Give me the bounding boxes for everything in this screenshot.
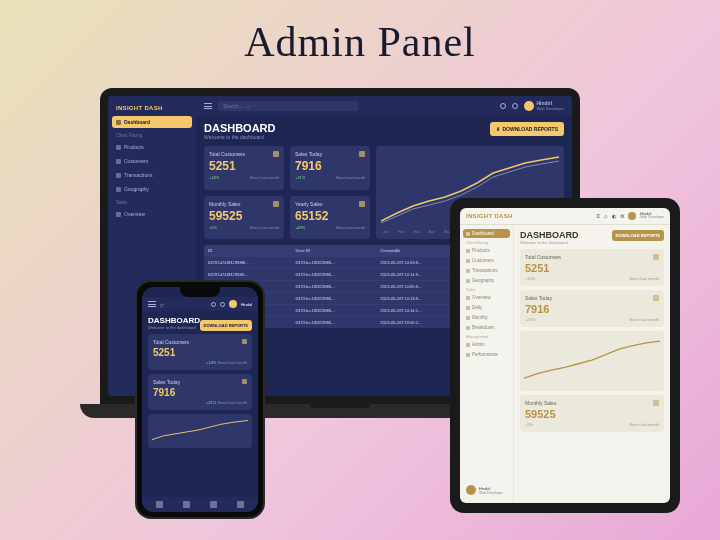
stat-value: 5251: [525, 262, 659, 274]
nav-transactions[interactable]: Transactions: [463, 266, 510, 275]
avatar[interactable]: [229, 300, 237, 308]
nav-customers[interactable]: Customers: [112, 155, 192, 167]
sale-icon: [242, 379, 247, 384]
stat-value: 65152: [295, 209, 365, 223]
th-id[interactable]: ID: [204, 245, 292, 257]
cart-icon: [116, 145, 121, 150]
nav-icon[interactable]: [156, 501, 163, 508]
search-icon: ⌕: [247, 103, 250, 109]
stat-value: 7916: [525, 303, 659, 315]
page-subtitle: Welcome to the dashboard: [204, 134, 276, 140]
home-icon: [466, 232, 470, 236]
nav-section-client: Client Facing: [112, 130, 192, 139]
settings-icon[interactable]: [512, 103, 518, 109]
email-icon: [242, 339, 247, 344]
nav-section: Client Facing: [463, 239, 510, 245]
stat-yearly-sales: Yearly Sales 65152 +43%Since last month: [290, 196, 370, 240]
nav-transactions[interactable]: Transactions: [112, 169, 192, 181]
nav-icon[interactable]: [183, 501, 190, 508]
download-reports-button[interactable]: DOWNLOAD REPORTS: [612, 230, 664, 241]
page-title: DASHBOARD: [204, 122, 276, 134]
nav-section: Management: [463, 333, 510, 339]
sidebar-user[interactable]: HindolWeb Developer: [463, 481, 510, 499]
stat-sales-today: Sales Today 7916 +21%Since last month: [290, 146, 370, 190]
menu-icon[interactable]: [204, 103, 212, 109]
download-reports-button[interactable]: DOWNLOAD REPORTS: [200, 320, 252, 331]
stat-value: 5251: [153, 347, 247, 358]
theme-toggle-icon[interactable]: ◐: [612, 213, 616, 219]
nav-overview[interactable]: Overview: [112, 208, 192, 220]
user-menu[interactable]: Hindol Web Developer: [524, 101, 565, 111]
user-icon: [653, 400, 659, 406]
user-icon: [273, 201, 279, 207]
home-icon: [116, 120, 121, 125]
search-input[interactable]: Search...⌕: [218, 101, 358, 111]
topbar: Search...⌕ Hindol Web Developer: [196, 96, 572, 116]
menu-icon[interactable]: ≡: [596, 213, 600, 219]
nav-icon[interactable]: [237, 501, 244, 508]
search-icon[interactable]: ⌕: [160, 301, 164, 308]
stat-total-customers: Total Customers 5251 +14% Since last mon…: [148, 334, 252, 370]
stat-value: 59525: [209, 209, 279, 223]
tablet-topbar: INSIGHT DASH ≡ ⌕ ◐ ⚙ Hindol Web Develope…: [460, 208, 670, 225]
nav-icon[interactable]: [210, 501, 217, 508]
avatar: [466, 485, 476, 495]
nav-products[interactable]: Products: [112, 141, 192, 153]
chart-icon: [116, 212, 121, 217]
stat-value: 59525: [525, 408, 659, 420]
nav-geography[interactable]: Geography: [463, 276, 510, 285]
brand-logo: INSIGHT DASH: [112, 102, 192, 114]
search-icon[interactable]: ⌕: [604, 213, 608, 219]
settings-icon[interactable]: ⚙: [620, 213, 624, 219]
nav-daily[interactable]: Daily: [463, 303, 510, 312]
th-user[interactable]: User ID: [292, 245, 377, 257]
phone-bottom-nav: [142, 497, 258, 512]
avatar[interactable]: [628, 212, 636, 220]
nav-dashboard[interactable]: Dashboard: [112, 116, 192, 128]
nav-customers[interactable]: Customers: [463, 256, 510, 265]
stat-total-customers: Total Customers 5251 +14%Since last mont…: [520, 249, 664, 286]
nav-performance[interactable]: Performance: [463, 350, 510, 359]
stat-total-customers: Total Customers 5251 +14%Since last mont…: [204, 146, 284, 190]
tablet-sidebar: Dashboard Client Facing Products Custome…: [460, 225, 514, 503]
tablet-chart: [520, 331, 664, 391]
stat-value: 7916: [295, 159, 365, 173]
stat-monthly-sales: Monthly Sales 59525 +5%Since last month: [204, 196, 284, 240]
nav-monthly[interactable]: Monthly: [463, 313, 510, 322]
phone-topbar: ⌕ Hindol: [142, 297, 258, 311]
nav-products[interactable]: Products: [463, 246, 510, 255]
nav-geography[interactable]: Geography: [112, 183, 192, 195]
theme-toggle-icon[interactable]: [211, 302, 216, 307]
stat-value: 5251: [209, 159, 279, 173]
user-role: Web Developer: [640, 216, 664, 220]
nav-admin[interactable]: Admin: [463, 340, 510, 349]
stat-sales-today: Sales Today 7916 +21% Since last month: [148, 374, 252, 410]
page-subtitle: Welcome to the dashboard: [520, 240, 579, 245]
stat-value: 7916: [153, 387, 247, 398]
avatar: [524, 101, 534, 111]
brand-logo: INSIGHT DASH: [466, 213, 513, 219]
tablet-mockup: INSIGHT DASH ≡ ⌕ ◐ ⚙ Hindol Web Develope…: [450, 198, 680, 513]
receipt-icon: [116, 173, 121, 178]
nav-dashboard[interactable]: Dashboard: [463, 229, 510, 238]
stat-sales-today: Sales Today 7916 +21%Since last month: [520, 290, 664, 327]
people-icon: [116, 159, 121, 164]
hero-title: Admin Panel: [0, 0, 720, 66]
nav-section: Sales: [463, 286, 510, 292]
download-reports-button[interactable]: ⬇ DOWNLOAD REPORTS: [490, 122, 564, 136]
email-icon: [273, 151, 279, 157]
email-icon: [653, 254, 659, 260]
nav-breakdown[interactable]: Breakdown: [463, 323, 510, 332]
user-name: Hindol: [241, 302, 252, 307]
phone-mockup: ⌕ Hindol DASHBOARD Welcome to the dashbo…: [135, 280, 265, 519]
phone-chart: [148, 414, 252, 448]
nav-overview[interactable]: Overview: [463, 293, 510, 302]
theme-toggle-icon[interactable]: [500, 103, 506, 109]
user-role: Web Developer: [537, 107, 565, 111]
sale-icon: [359, 151, 365, 157]
traffic-icon: [359, 201, 365, 207]
settings-icon[interactable]: [220, 302, 225, 307]
sale-icon: [653, 295, 659, 301]
menu-icon[interactable]: [148, 301, 156, 307]
nav-section-sales: Sales: [112, 197, 192, 206]
